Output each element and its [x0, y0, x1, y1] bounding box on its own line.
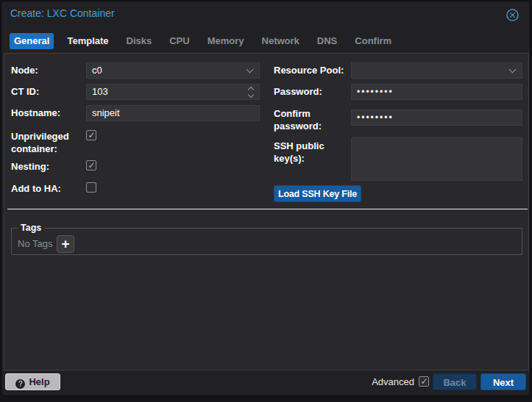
unprivileged-label: Unprivileged container: [11, 130, 83, 155]
help-label: Help [29, 376, 49, 387]
confirm-password-label: Confirm password: [274, 107, 349, 132]
add-to-ha-checkbox[interactable] [86, 182, 96, 193]
dialog-title: Create: LXC Container [10, 7, 115, 19]
tab-disks: Disks [122, 33, 157, 49]
no-tags-text: No Tags [18, 238, 52, 249]
next-button[interactable]: Next [480, 373, 526, 390]
chevron-down-icon[interactable] [509, 66, 517, 73]
resource-pool-combo[interactable] [351, 62, 522, 79]
dialog-header: Create: LXC Container [1, 1, 530, 25]
back-button: Back [433, 373, 477, 390]
tags-legend: Tags [18, 223, 44, 234]
plus-icon: + [61, 236, 69, 251]
ct-id-label: CT ID: [11, 85, 83, 98]
create-lxc-container-dialog: Create: LXC Container General Template D… [1, 1, 531, 396]
add-tag-button[interactable]: + [57, 235, 74, 253]
advanced-label: Advanced [372, 376, 414, 387]
node-value: c0 [92, 65, 102, 76]
load-ssh-key-file-button[interactable]: Load SSH Key File [274, 185, 361, 202]
help-button[interactable]: ?Help [5, 373, 60, 390]
ssh-keys-label: SSH public key(s): [274, 140, 349, 165]
password-value: •••••••• [357, 87, 394, 97]
nesting-label: Nesting: [11, 160, 83, 173]
node-label: Node: [11, 64, 83, 76]
tab-general[interactable]: General [10, 33, 54, 49]
advanced-checkbox[interactable] [419, 376, 429, 387]
ssh-keys-textarea[interactable] [351, 137, 522, 181]
chevron-down-icon[interactable] [247, 66, 254, 73]
unprivileged-checkbox[interactable] [86, 130, 96, 140]
tab-template[interactable]: Template [63, 33, 113, 49]
ct-id-value: 103 [92, 86, 108, 97]
tab-dns: DNS [313, 33, 341, 49]
ct-id-spinner[interactable]: 103 [86, 84, 260, 100]
wizard-tabbar: General Template Disks CPU Memory Networ… [10, 33, 405, 49]
add-to-ha-label: Add to HA: [11, 182, 83, 195]
screen: Create: LXC Container General Template D… [0, 0, 532, 402]
hostname-input[interactable]: snipeit [86, 105, 260, 121]
node-combo[interactable]: c0 [86, 62, 260, 79]
number-spinner[interactable] [247, 85, 253, 99]
close-icon[interactable] [506, 9, 519, 21]
section-separator [7, 209, 528, 209]
question-mark-icon: ? [15, 379, 25, 389]
password-label: Password: [274, 85, 349, 98]
tab-network: Network [258, 33, 304, 49]
tab-cpu: CPU [165, 33, 194, 49]
resource-pool-label: Resource Pool: [274, 64, 349, 76]
hostname-value: snipeit [92, 107, 120, 118]
tab-memory: Memory [203, 33, 249, 49]
tags-fieldset: Tags No Tags + [11, 228, 522, 255]
tab-confirm: Confirm [350, 33, 396, 49]
spinner-down-icon[interactable] [248, 92, 254, 98]
nesting-checkbox[interactable] [86, 160, 96, 171]
hostname-label: Hostname: [11, 107, 83, 119]
form-body: Node: c0 CT ID: 103 Hostname: snipeit Un… [4, 53, 529, 370]
password-input[interactable]: •••••••• [351, 84, 522, 100]
confirm-password-value: •••••••• [357, 112, 394, 123]
confirm-password-input[interactable]: •••••••• [351, 110, 522, 126]
dialog-footer: ?Help Advanced Back Next [2, 368, 529, 395]
